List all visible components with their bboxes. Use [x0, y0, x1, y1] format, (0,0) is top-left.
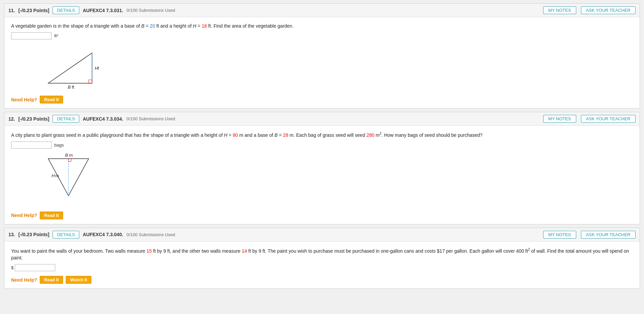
problem-13-body: You want to paint the walls of your bedr…: [4, 242, 640, 289]
problem-13-points: [-/0.23 Points]: [18, 232, 49, 237]
problem-12-need-help-label: Need Help?: [11, 213, 37, 218]
svg-text:ft: ft: [98, 66, 99, 71]
problem-11-number: 11.: [8, 8, 15, 13]
problem-13-answer-input[interactable]: [15, 264, 55, 271]
problem-12-text: A city plans to plant grass seed in a pu…: [11, 131, 633, 139]
problem-13-number: 13.: [8, 232, 15, 237]
problem-11-card: 11. [-/0.23 Points] DETAILS AUFEXC4 7.3.…: [4, 3, 640, 108]
problem-12-answer-row: bags: [11, 142, 633, 149]
problem-11-need-help: Need Help? Read It: [11, 96, 633, 103]
problem-12-points: [-/0.23 Points]: [18, 116, 49, 122]
problem-11-code: AUFEXC4 7.3.031.: [83, 8, 123, 13]
problem-12-details-button[interactable]: DETAILS: [53, 115, 79, 123]
svg-text:ft: ft: [72, 85, 75, 90]
problem-13-dollar: $: [11, 265, 13, 270]
problem-12-diagram: B m H m: [31, 152, 633, 207]
problem-11-answer-row: ft²: [11, 32, 633, 39]
problem-12-read-it-button[interactable]: Read It: [40, 212, 63, 219]
problem-12-my-notes-button[interactable]: MY NOTES: [543, 115, 576, 123]
problem-12-need-help: Need Help? Read It: [11, 212, 633, 219]
problem-11-answer-input[interactable]: [11, 32, 52, 39]
problem-11-diagram: H ft B ft: [31, 43, 633, 91]
problem-11-my-notes-button[interactable]: MY NOTES: [543, 6, 576, 14]
problem-11-body: A vegetable garden is in the shape of a …: [4, 17, 640, 108]
svg-rect-9: [68, 159, 71, 161]
problem-13-w1-val: 15: [147, 248, 152, 253]
problem-12-body: A city plans to plant grass seed in a pu…: [4, 126, 640, 224]
problem-11-b-val: 20: [150, 23, 155, 29]
problem-13-header: 13. [-/0.23 Points] DETAILS AUFEXC4 7.3.…: [4, 228, 640, 242]
problem-13-ask-teacher-button[interactable]: ASK YOUR TEACHER: [581, 231, 636, 239]
problem-11-header: 11. [-/0.23 Points] DETAILS AUFEXC4 7.3.…: [4, 4, 640, 17]
problem-11-ask-teacher-button[interactable]: ASK YOUR TEACHER: [581, 6, 636, 14]
svg-text:B: B: [65, 153, 68, 158]
svg-text:B: B: [68, 85, 71, 90]
problem-13-text: You want to paint the walls of your bedr…: [11, 247, 633, 262]
problem-11-svg: H ft B ft: [31, 43, 99, 90]
problem-13-need-help-label: Need Help?: [11, 277, 37, 283]
problem-12-answer-input[interactable]: [11, 142, 52, 149]
problem-11-text: A vegetable garden is in the shape of a …: [11, 23, 633, 30]
svg-marker-0: [48, 53, 92, 83]
svg-rect-1: [89, 80, 92, 83]
problem-13-code: AUFEXC4 7.3.040.: [83, 232, 123, 237]
problem-13-w2-val: 14: [242, 248, 247, 253]
problem-13-details-button[interactable]: DETAILS: [53, 231, 79, 239]
svg-text:m: m: [69, 153, 73, 158]
problem-12-seed-val: 280: [367, 132, 374, 138]
problem-12-ask-teacher-button[interactable]: ASK YOUR TEACHER: [581, 115, 636, 123]
problem-13-submissions: 0/100 Submissions Used: [126, 232, 175, 237]
problem-12-h-val: 80: [233, 132, 238, 138]
problem-12-svg: B m H m: [31, 152, 92, 206]
problem-12-number: 12.: [8, 116, 15, 122]
problem-13-my-notes-button[interactable]: MY NOTES: [543, 231, 576, 239]
problem-13-read-it-button[interactable]: Read It: [40, 276, 63, 284]
problem-11-need-help-label: Need Help?: [11, 97, 37, 102]
problem-11-submissions: 0/100 Submissions Used: [126, 8, 175, 13]
problem-11-details-button[interactable]: DETAILS: [53, 6, 79, 14]
problem-11-read-it-button[interactable]: Read It: [40, 96, 63, 103]
problem-11-h-val: 16: [202, 23, 207, 29]
svg-text:H: H: [52, 173, 55, 178]
problem-11-points: [-/0.23 Points]: [18, 8, 49, 13]
problem-13-need-help: Need Help? Read It Watch It: [11, 276, 633, 284]
problem-12-unit: bags: [54, 143, 64, 148]
problem-12-header: 12. [-/0.23 Points] DETAILS AUFEXC4 7.3.…: [4, 112, 640, 126]
problem-12-card: 12. [-/0.23 Points] DETAILS AUFEXC4 7.3.…: [4, 112, 640, 224]
svg-text:m: m: [55, 173, 59, 178]
problem-12-code: AUFEXC4 7.3.034.: [83, 116, 123, 122]
problem-12-b-val: 28: [283, 132, 288, 138]
problem-13-answer-row: $: [11, 264, 633, 271]
problem-11-unit: ft²: [54, 33, 58, 38]
problem-13-card: 13. [-/0.23 Points] DETAILS AUFEXC4 7.3.…: [4, 228, 640, 289]
problem-13-watch-it-button[interactable]: Watch It: [66, 276, 91, 284]
problem-12-submissions: 0/100 Submissions Used: [126, 116, 175, 121]
